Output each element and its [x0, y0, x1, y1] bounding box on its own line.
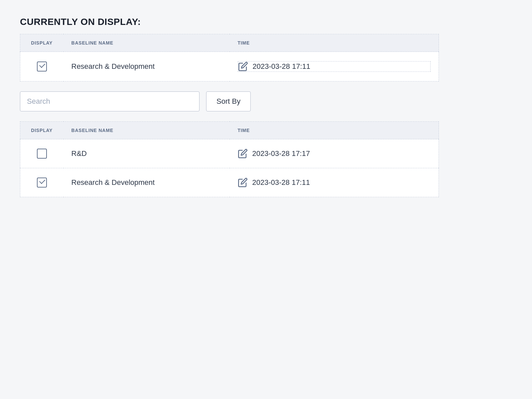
avail-row-2-display-cell[interactable] [20, 168, 64, 197]
available-baselines-table: DISPLAY BASELINE NAME TIME R&D [20, 121, 439, 197]
current-display-table: DISPLAY BASELINE NAME TIME Research & De… [20, 34, 439, 81]
edit-icon[interactable] [238, 149, 248, 159]
table-row: Research & Development 2023-03-28 17:11 [20, 168, 439, 197]
available-baselines-table-body: R&D 2023-03-28 17:17 [20, 139, 439, 197]
avail-row-1-display-cell[interactable] [20, 139, 64, 168]
avail-col-display: DISPLAY [20, 122, 64, 139]
page-title: CURRENTLY ON DISPLAY: [20, 17, 512, 27]
available-baselines-table-header: DISPLAY BASELINE NAME TIME [20, 122, 439, 139]
current-display-col-time: TIME [230, 34, 439, 52]
search-sort-bar: Sort By [20, 91, 439, 111]
avail-row-2-time-cell: 2023-03-28 17:11 [230, 168, 439, 197]
edit-icon[interactable] [238, 178, 248, 188]
avail-row-2-baseline-name: Research & Development [64, 168, 230, 197]
current-row-1-display-cell[interactable] [20, 52, 64, 81]
checkbox-checked-icon[interactable] [37, 178, 47, 188]
avail-row-1-baseline-name: R&D [64, 139, 230, 168]
checkbox-checked-icon[interactable] [37, 62, 47, 71]
current-row-1-time: 2023-03-28 17:11 [253, 62, 311, 71]
avail-row-1-time: 2023-03-28 17:17 [252, 149, 310, 158]
current-row-1-time-cell: 2023-03-28 17:11 [230, 52, 439, 81]
edit-icon[interactable] [238, 62, 248, 71]
avail-col-baseline: BASELINE NAME [64, 122, 230, 139]
current-display-col-baseline: BASELINE NAME [64, 34, 230, 52]
avail-col-time: TIME [230, 122, 439, 139]
current-display-table-body: Research & Development 2023-03-28 17:11 [20, 52, 439, 81]
current-display-col-display: DISPLAY [20, 34, 64, 52]
checkbox-unchecked-icon[interactable] [37, 149, 47, 159]
avail-row-1-time-cell: 2023-03-28 17:17 [230, 139, 439, 168]
table-row: R&D 2023-03-28 17:17 [20, 139, 439, 168]
search-input[interactable] [20, 91, 200, 111]
sort-by-button[interactable]: Sort By [206, 91, 251, 111]
avail-row-2-time: 2023-03-28 17:11 [252, 178, 310, 187]
table-row: Research & Development 2023-03-28 17:11 [20, 52, 439, 81]
current-display-table-header: DISPLAY BASELINE NAME TIME [20, 34, 439, 52]
current-row-1-baseline-name: Research & Development [64, 52, 230, 81]
